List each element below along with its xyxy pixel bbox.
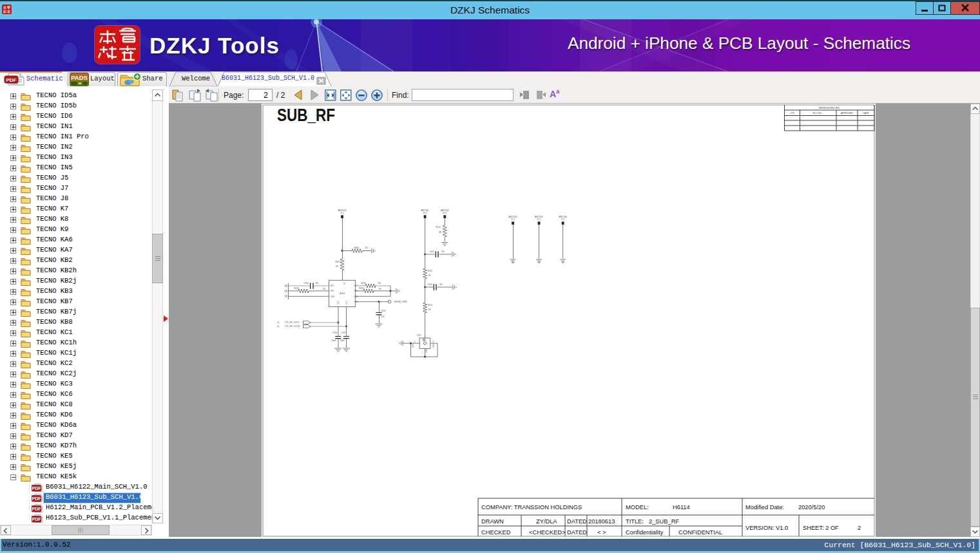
svg-text:2_SUB_RF: 2_SUB_RF — [649, 518, 679, 525]
svg-text:R203: R203 — [294, 287, 299, 290]
svg-text:33pF: 33pF — [340, 339, 344, 342]
svg-text:NC: NC — [378, 282, 381, 285]
svg-text:K1-2: K1-2 — [423, 212, 427, 214]
svg-text:20180613: 20180613 — [588, 518, 615, 525]
svg-text:CONFIDENTIAL: CONFIDENTIAL — [678, 529, 722, 536]
svg-text:PDF: PDF — [32, 516, 42, 521]
svg-text:LTR: LTR — [790, 112, 794, 115]
svg-text:K-3: K-3 — [561, 218, 564, 221]
svg-text:R209: R209 — [361, 282, 366, 285]
svg-text:GND: GND — [412, 344, 414, 348]
svg-text:ZY/DLA: ZY/DLA — [536, 518, 557, 525]
svg-text:GND: GND — [331, 295, 334, 298]
svg-text:MODEL:: MODEL: — [626, 504, 649, 511]
svg-text:33pF: 33pF — [331, 339, 336, 342]
svg-text:1: 1 — [422, 351, 423, 354]
svg-text:COMPANY: TRANSSION HOLDINGS: COMPANY: TRANSSION HOLDINGS — [481, 504, 582, 511]
svg-text:TITLE:: TITLE: — [626, 518, 644, 525]
svg-text:R205: R205 — [359, 287, 364, 290]
svg-text:GND: GND — [432, 344, 435, 348]
svg-text:NC: NC — [316, 282, 319, 285]
svg-text:NC: NC — [365, 247, 369, 249]
svg-text:PDF: PDF — [32, 485, 42, 490]
svg-text:2: 2 — [858, 525, 861, 531]
svg-text:R304: R304 — [354, 247, 359, 249]
svg-text:1uF: 1uF — [381, 315, 385, 318]
svg-text:0R: 0R — [428, 274, 432, 277]
svg-text:0R: 0R — [439, 231, 442, 234]
svg-text:DATED: DATED — [567, 529, 587, 536]
svg-text:RF4: RF4 — [331, 290, 334, 292]
svg-text:4: 4 — [414, 341, 416, 343]
svg-text:C207: C207 — [341, 332, 346, 334]
svg-text:2020/5/20: 2020/5/20 — [798, 504, 825, 511]
svg-text:PDF: PDF — [6, 77, 17, 83]
svg-text:J201: J201 — [417, 334, 421, 337]
svg-text:PADS: PADS — [71, 74, 88, 81]
svg-text:R307: R307 — [335, 261, 340, 263]
svg-text:Y1-2: Y1-2 — [537, 218, 541, 221]
svg-text:C202: C202 — [427, 283, 432, 286]
svg-text:RF1: RF1 — [331, 285, 334, 287]
svg-text:LTE_SPI_OUT9: LTE_SPI_OUT9 — [285, 321, 299, 324]
svg-text:SHEET: 2 OF: SHEET: 2 OF — [803, 525, 839, 531]
svg-text:K2-2: K2-2 — [443, 212, 447, 214]
svg-text:[1]: [1] — [277, 321, 280, 324]
svg-text:R202: R202 — [428, 304, 433, 306]
svg-text:GND: GND — [425, 349, 428, 353]
svg-text:VC2: VC2 — [345, 301, 348, 305]
svg-text:R201: R201 — [428, 270, 433, 272]
svg-text:0R: 0R — [336, 265, 339, 268]
svg-text:NC: NC — [440, 283, 443, 286]
svg-text:REVISION RECORD: REVISION RECORD — [819, 107, 840, 109]
svg-text:< >: < > — [597, 529, 606, 536]
svg-text:DRAWN: DRAWN — [481, 518, 504, 525]
svg-text:NC: NC — [379, 288, 382, 290]
svg-text:CHECKED: CHECKED — [481, 529, 511, 536]
svg-text:<CHECKED>: <CHECKED> — [529, 529, 565, 536]
svg-text:VERSION: V1.0: VERSION: V1.0 — [745, 525, 788, 531]
svg-text:APPROVED: APPROVED — [841, 112, 853, 115]
svg-text:C201: C201 — [429, 250, 434, 253]
svg-text:[1]: [1] — [277, 325, 280, 328]
svg-text:NC: NC — [442, 250, 445, 253]
svg-text:2: 2 — [433, 341, 434, 343]
svg-text:K-2: K-2 — [341, 212, 344, 214]
svg-text:C205: C205 — [381, 310, 386, 312]
svg-text:DATE: DATE — [863, 112, 870, 115]
svg-text:H6114: H6114 — [673, 504, 690, 511]
svg-text:PDF: PDF — [32, 506, 42, 511]
svg-text:R210: R210 — [436, 226, 441, 229]
svg-text:LTE_SPI_OUT(8: LTE_SPI_OUT(8 — [285, 325, 300, 328]
svg-text:A201: A201 — [340, 292, 345, 295]
svg-text:Confidentiality: Confidentiality — [626, 529, 664, 536]
svg-text:PDF: PDF — [32, 496, 42, 500]
svg-text:NC: NC — [343, 282, 346, 285]
svg-text:C206: C206 — [332, 332, 338, 334]
svg-text:Modified Date:: Modified Date: — [745, 504, 784, 511]
svg-text:ECO NO:: ECO NO: — [813, 112, 822, 115]
svg-text:NC: NC — [323, 288, 326, 290]
svg-text:Y2-2: Y2-2 — [511, 218, 515, 221]
svg-text:C204: C204 — [303, 282, 309, 285]
svg-text:0R: 0R — [428, 308, 432, 311]
svg-text:SUB_RF: SUB_RF — [277, 105, 335, 125]
svg-text:XFE38_PMU: XFE38_PMU — [394, 301, 407, 303]
svg-text:DATED: DATED — [567, 518, 587, 525]
svg-text:VC1: VC1 — [337, 301, 340, 305]
